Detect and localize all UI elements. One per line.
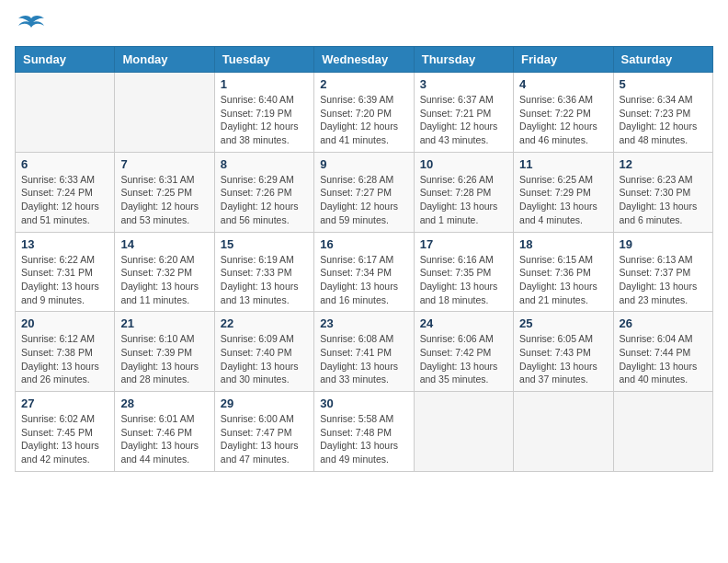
day-info: Sunrise: 6:23 AM Sunset: 7:30 PM Dayligh… [620,173,707,227]
logo [15,15,44,35]
calendar-day-cell: 10Sunrise: 6:26 AM Sunset: 7:28 PM Dayli… [414,152,513,232]
calendar-day-cell: 16Sunrise: 6:17 AM Sunset: 7:34 PM Dayli… [314,232,414,312]
day-info: Sunrise: 6:39 AM Sunset: 7:20 PM Dayligh… [320,93,407,147]
calendar-day-cell: 9Sunrise: 6:28 AM Sunset: 7:27 PM Daylig… [314,152,414,232]
calendar-day-cell: 29Sunrise: 6:00 AM Sunset: 7:47 PM Dayli… [214,392,313,472]
day-info: Sunrise: 6:34 AM Sunset: 7:23 PM Dayligh… [620,93,707,147]
day-number: 28 [120,396,208,410]
calendar-header-cell: Saturday [613,47,712,73]
calendar-week-row: 20Sunrise: 6:12 AM Sunset: 7:38 PM Dayli… [16,312,713,392]
logo-bird-icon [18,15,44,35]
day-number: 20 [21,316,108,330]
day-info: Sunrise: 6:28 AM Sunset: 7:27 PM Dayligh… [320,173,407,227]
calendar-week-row: 13Sunrise: 6:22 AM Sunset: 7:31 PM Dayli… [16,232,713,312]
day-info: Sunrise: 6:26 AM Sunset: 7:28 PM Dayligh… [420,173,507,227]
day-info: Sunrise: 6:12 AM Sunset: 7:38 PM Dayligh… [21,332,108,386]
calendar-week-row: 6Sunrise: 6:33 AM Sunset: 7:24 PM Daylig… [16,152,713,232]
calendar-day-cell: 5Sunrise: 6:34 AM Sunset: 7:23 PM Daylig… [613,73,712,153]
calendar-week-row: 1Sunrise: 6:40 AM Sunset: 7:19 PM Daylig… [16,73,713,153]
day-info: Sunrise: 6:16 AM Sunset: 7:35 PM Dayligh… [420,253,507,307]
day-info: Sunrise: 6:29 AM Sunset: 7:26 PM Dayligh… [221,173,308,227]
calendar-day-cell: 14Sunrise: 6:20 AM Sunset: 7:32 PM Dayli… [115,232,214,312]
calendar-day-cell: 27Sunrise: 6:02 AM Sunset: 7:45 PM Dayli… [16,392,115,472]
day-info: Sunrise: 6:06 AM Sunset: 7:42 PM Dayligh… [420,332,507,386]
day-info: Sunrise: 6:02 AM Sunset: 7:45 PM Dayligh… [21,412,108,466]
day-number: 18 [519,237,607,251]
calendar-day-cell: 26Sunrise: 6:04 AM Sunset: 7:44 PM Dayli… [613,312,712,392]
day-number: 4 [519,77,607,91]
day-info: Sunrise: 6:19 AM Sunset: 7:33 PM Dayligh… [221,253,308,307]
calendar-day-cell: 28Sunrise: 6:01 AM Sunset: 7:46 PM Dayli… [115,392,214,472]
day-info: Sunrise: 6:08 AM Sunset: 7:41 PM Dayligh… [320,332,407,386]
day-info: Sunrise: 6:09 AM Sunset: 7:40 PM Dayligh… [221,332,308,386]
day-info: Sunrise: 6:05 AM Sunset: 7:43 PM Dayligh… [519,332,607,386]
day-number: 11 [519,157,607,171]
calendar-header-row: SundayMondayTuesdayWednesdayThursdayFrid… [16,47,713,73]
calendar-day-cell: 1Sunrise: 6:40 AM Sunset: 7:19 PM Daylig… [214,73,313,153]
calendar-header-cell: Monday [115,47,214,73]
day-info: Sunrise: 6:40 AM Sunset: 7:19 PM Dayligh… [221,93,308,147]
calendar-day-cell: 12Sunrise: 6:23 AM Sunset: 7:30 PM Dayli… [613,152,712,232]
day-number: 19 [620,237,707,251]
day-number: 16 [320,237,407,251]
calendar-day-cell: 3Sunrise: 6:37 AM Sunset: 7:21 PM Daylig… [414,73,513,153]
day-number: 6 [21,157,108,171]
calendar-day-cell: 13Sunrise: 6:22 AM Sunset: 7:31 PM Dayli… [16,232,115,312]
day-info: Sunrise: 6:20 AM Sunset: 7:32 PM Dayligh… [120,253,208,307]
calendar-header-cell: Thursday [414,47,513,73]
day-number: 10 [420,157,507,171]
day-info: Sunrise: 6:17 AM Sunset: 7:34 PM Dayligh… [320,253,407,307]
calendar-day-cell: 21Sunrise: 6:10 AM Sunset: 7:39 PM Dayli… [115,312,214,392]
day-number: 5 [620,77,707,91]
day-info: Sunrise: 5:58 AM Sunset: 7:48 PM Dayligh… [320,412,407,466]
calendar-day-cell: 17Sunrise: 6:16 AM Sunset: 7:35 PM Dayli… [414,232,513,312]
day-number: 22 [221,316,308,330]
calendar-week-row: 27Sunrise: 6:02 AM Sunset: 7:45 PM Dayli… [16,392,713,472]
day-number: 30 [320,396,407,410]
day-number: 27 [21,396,108,410]
day-number: 23 [320,316,407,330]
page-header [15,15,713,35]
calendar-day-cell [414,392,513,472]
day-number: 21 [120,316,208,330]
day-info: Sunrise: 6:13 AM Sunset: 7:37 PM Dayligh… [620,253,707,307]
calendar-day-cell: 18Sunrise: 6:15 AM Sunset: 7:36 PM Dayli… [514,232,613,312]
day-info: Sunrise: 6:00 AM Sunset: 7:47 PM Dayligh… [221,412,308,466]
calendar-header-cell: Friday [514,47,613,73]
calendar-header-cell: Wednesday [314,47,414,73]
calendar-day-cell: 30Sunrise: 5:58 AM Sunset: 7:48 PM Dayli… [314,392,414,472]
day-number: 13 [21,237,108,251]
calendar-day-cell: 24Sunrise: 6:06 AM Sunset: 7:42 PM Dayli… [414,312,513,392]
calendar-header-cell: Sunday [16,47,115,73]
calendar-day-cell [514,392,613,472]
calendar-table: SundayMondayTuesdayWednesdayThursdayFrid… [15,46,713,472]
calendar-day-cell: 25Sunrise: 6:05 AM Sunset: 7:43 PM Dayli… [514,312,613,392]
day-info: Sunrise: 6:36 AM Sunset: 7:22 PM Dayligh… [519,93,607,147]
day-info: Sunrise: 6:33 AM Sunset: 7:24 PM Dayligh… [21,173,108,227]
calendar-day-cell [16,73,115,153]
day-number: 9 [320,157,407,171]
day-number: 25 [519,316,607,330]
calendar-day-cell: 2Sunrise: 6:39 AM Sunset: 7:20 PM Daylig… [314,73,414,153]
day-number: 2 [320,77,407,91]
calendar-day-cell: 11Sunrise: 6:25 AM Sunset: 7:29 PM Dayli… [514,152,613,232]
day-info: Sunrise: 6:04 AM Sunset: 7:44 PM Dayligh… [620,332,707,386]
day-number: 17 [420,237,507,251]
day-info: Sunrise: 6:22 AM Sunset: 7:31 PM Dayligh… [21,253,108,307]
calendar-day-cell: 15Sunrise: 6:19 AM Sunset: 7:33 PM Dayli… [214,232,313,312]
day-info: Sunrise: 6:15 AM Sunset: 7:36 PM Dayligh… [519,253,607,307]
day-info: Sunrise: 6:01 AM Sunset: 7:46 PM Dayligh… [120,412,208,466]
calendar-day-cell [613,392,712,472]
calendar-day-cell: 23Sunrise: 6:08 AM Sunset: 7:41 PM Dayli… [314,312,414,392]
calendar-day-cell: 7Sunrise: 6:31 AM Sunset: 7:25 PM Daylig… [115,152,214,232]
day-info: Sunrise: 6:37 AM Sunset: 7:21 PM Dayligh… [420,93,507,147]
day-info: Sunrise: 6:31 AM Sunset: 7:25 PM Dayligh… [120,173,208,227]
day-info: Sunrise: 6:10 AM Sunset: 7:39 PM Dayligh… [120,332,208,386]
day-number: 14 [120,237,208,251]
calendar-day-cell [115,73,214,153]
day-number: 12 [620,157,707,171]
calendar-day-cell: 19Sunrise: 6:13 AM Sunset: 7:37 PM Dayli… [613,232,712,312]
day-number: 3 [420,77,507,91]
day-number: 26 [620,316,707,330]
calendar-header-cell: Tuesday [214,47,313,73]
